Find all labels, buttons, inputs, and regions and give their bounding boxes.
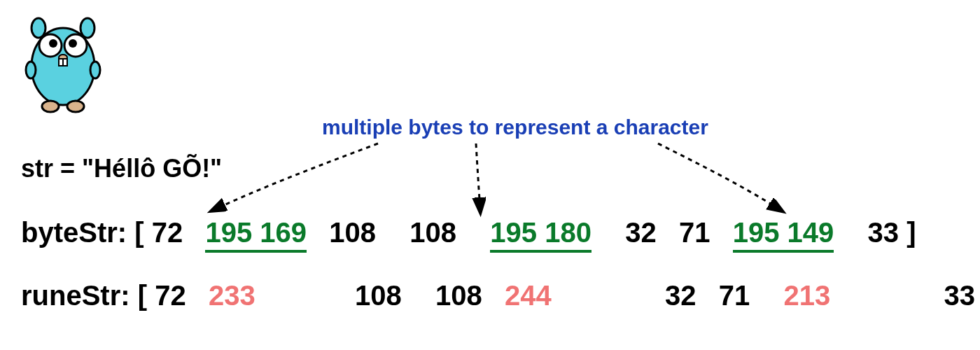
svg-point-11 xyxy=(90,62,100,78)
rune-val-108b: 108 xyxy=(435,280,482,312)
byte-group-3: 195 149 xyxy=(733,217,834,253)
rune-val-33: 33 xyxy=(944,280,975,312)
byte-val-72: 72 xyxy=(152,217,183,248)
byte-val-71: 71 xyxy=(679,217,710,248)
bracket-close: ] xyxy=(906,217,916,248)
byte-val-108b: 108 xyxy=(410,217,456,248)
rune-val-72: 72 xyxy=(155,280,186,312)
string-declaration: str = "Héllô GÕ!" xyxy=(21,154,222,183)
rune-highlight-2: 244 xyxy=(505,280,552,312)
svg-point-10 xyxy=(26,62,36,78)
bracket-open-rune: [ xyxy=(138,280,147,312)
svg-point-12 xyxy=(42,101,59,112)
rune-string-row: runeStr: [ 72 233 108 108 244 32 71 213 … xyxy=(21,280,980,312)
rune-val-71: 71 xyxy=(719,280,750,312)
annotation-text: multiple bytes to represent a character xyxy=(322,115,708,139)
byte-label: byteStr: xyxy=(21,217,127,248)
bracket-open: [ xyxy=(134,217,144,248)
rune-highlight-1: 233 xyxy=(209,280,255,312)
go-gopher-mascot xyxy=(21,7,105,119)
byte-val-33: 33 xyxy=(868,217,899,248)
rune-val-108a: 108 xyxy=(355,280,402,312)
svg-point-5 xyxy=(49,39,57,48)
arrow-1 xyxy=(196,136,392,220)
arrow-2 xyxy=(448,140,504,217)
byte-val-32: 32 xyxy=(625,217,657,248)
byte-group-1: 195 169 xyxy=(205,217,307,253)
svg-point-6 xyxy=(69,39,77,48)
rune-val-32: 32 xyxy=(665,280,696,312)
svg-point-2 xyxy=(80,18,94,38)
rune-highlight-3: 213 xyxy=(783,280,830,312)
svg-point-1 xyxy=(31,18,46,38)
byte-group-2: 195 180 xyxy=(490,217,592,253)
arrow-3 xyxy=(644,136,798,220)
rune-label: runeStr: xyxy=(21,280,130,312)
byte-val-108a: 108 xyxy=(329,217,376,248)
svg-point-13 xyxy=(67,101,84,112)
byte-string-row: byteStr: [ 72 195 169 108 108 195 180 32… xyxy=(21,217,916,253)
